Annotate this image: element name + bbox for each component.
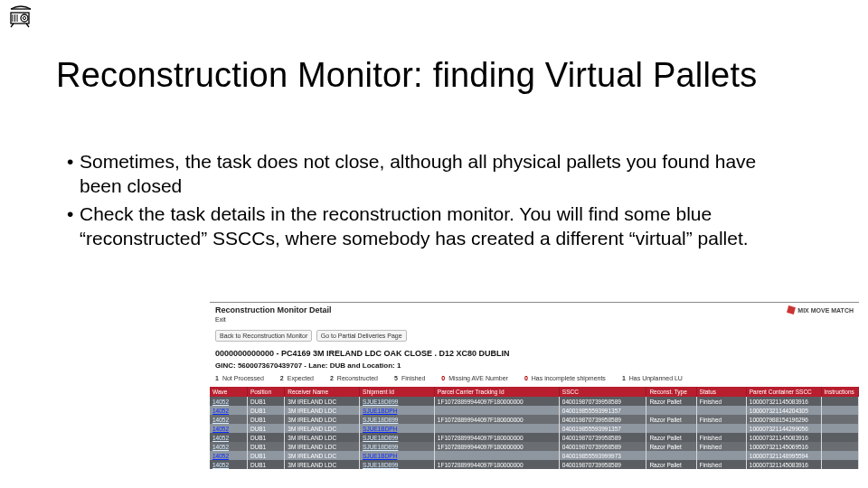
goto-partial-button[interactable]: Go to Partial Deliveries Page [316, 330, 407, 342]
col-instructions[interactable]: Instructions [821, 387, 858, 397]
cell-track: 1F10728899944097F180000000 [434, 433, 559, 442]
cell-status [696, 406, 746, 415]
app-screenshot: Reconstruction Monitor Detail MIX MOVE M… [210, 302, 859, 488]
cell-instr [821, 415, 858, 424]
cell-wave[interactable]: 14052 [210, 415, 247, 424]
table-row[interactable]: 14052DUB13M IRELAND LDCSJUE18D8991F10728… [210, 415, 859, 424]
cell-ship[interactable]: SJUE18D899 [360, 397, 435, 406]
detail-table: Wave Position Receiver Name Shipment Id … [210, 387, 859, 469]
cell-wave[interactable]: 14052 [210, 397, 247, 406]
back-button[interactable]: Back to Reconstruction Monitor [215, 330, 312, 342]
table-row[interactable]: 14052DUB13M IRELAND LDCSJUE18D8991F10728… [210, 442, 859, 451]
cell-rtype: Razor Pallet [646, 433, 696, 442]
cell-parent: 100007321145083916 [746, 397, 821, 406]
col-wave[interactable]: Wave [210, 387, 247, 397]
cell-instr [821, 406, 858, 415]
status-row: 1Not Processed 2Expected 2Reconstructed … [210, 375, 859, 387]
table-row[interactable]: 14052DUB13M IRELAND LDCSJUE1BDPH04001985… [210, 406, 859, 415]
cell-track: 1F10728899944097F180000000 [434, 460, 559, 469]
cell-sscc: 040019855593991357 [559, 406, 646, 415]
cell-track: 1F10728899944097F180000000 [434, 442, 559, 451]
app-logo: MIX MOVE MATCH [788, 306, 854, 314]
cell-parent: 100007321145083916 [746, 460, 821, 469]
cell-instr [821, 397, 858, 406]
svg-point-5 [23, 16, 25, 19]
cell-instr [821, 424, 858, 433]
cell-rtype [646, 406, 696, 415]
detail-subheading: GINC: 5600073670439707 - Lane: DUB and L… [210, 360, 859, 375]
bullet-text: Check the task details in the reconstruc… [80, 202, 801, 251]
cell-pos: DUB1 [247, 415, 284, 424]
col-parent[interactable]: Parent Container SSCC [746, 387, 821, 397]
cell-rtype [646, 451, 696, 460]
cell-ship[interactable]: SJUE1BDPH [360, 451, 435, 460]
cell-instr [821, 451, 858, 460]
table-row[interactable]: 14052DUB13M IRELAND LDCSJUE18D8991F10728… [210, 433, 859, 442]
logo-text: MIX MOVE MATCH [797, 307, 854, 314]
bullet-dot: • [67, 150, 80, 199]
cell-rtype [646, 424, 696, 433]
page-title: Reconstruction Monitor: finding Virtual … [56, 56, 757, 95]
bullet-dot: • [67, 202, 80, 251]
cell-status: Finished [696, 397, 746, 406]
cell-ship[interactable]: SJUE18D899 [360, 433, 435, 442]
cell-wave[interactable]: 14052 [210, 424, 247, 433]
status-incomplete: 0Has incomplete shipments [524, 375, 606, 381]
cell-rec: 3M IRELAND LDC [285, 460, 360, 469]
col-receiver[interactable]: Receiver Name [285, 387, 360, 397]
table-body: 14052DUB13M IRELAND LDCSJUE18D8991F10728… [210, 397, 859, 469]
col-tracking[interactable]: Parcel Carrier Tracking Id [434, 387, 559, 397]
cell-instr [821, 460, 858, 469]
table-row[interactable]: 14052DUB13M IRELAND LDCSJUE18D8991F10728… [210, 397, 859, 406]
cell-status [696, 451, 746, 460]
cell-track [434, 406, 559, 415]
table-header-row: Wave Position Receiver Name Shipment Id … [210, 387, 859, 397]
detail-heading: 0000000000000 - PC4169 3M IRELAND LDC OA… [210, 345, 859, 360]
table-row[interactable]: 14052DUB13M IRELAND LDCSJUE1BDPH04001985… [210, 451, 859, 460]
cell-wave[interactable]: 14052 [210, 451, 247, 460]
col-reconst-type[interactable]: Reconst. Type [646, 387, 696, 397]
cell-parent: 100007321144299056 [746, 424, 821, 433]
cell-wave[interactable]: 14052 [210, 460, 247, 469]
cell-sscc: 040019855593991357 [559, 424, 646, 433]
cell-parent: 100007321144204305 [746, 406, 821, 415]
cell-pos: DUB1 [247, 442, 284, 451]
cell-ship[interactable]: SJUE1BDPH [360, 424, 435, 433]
col-status[interactable]: Status [696, 387, 746, 397]
button-row: Back to Reconstruction Monitor Go to Par… [210, 325, 859, 345]
table-row[interactable]: 14052DUB13M IRELAND LDCSJUE18D8991F10728… [210, 460, 859, 469]
cell-pos: DUB1 [247, 406, 284, 415]
status-not-processed: 1Not Processed [215, 375, 264, 381]
svg-point-4 [21, 14, 28, 22]
cell-parent: 100007321145069516 [746, 442, 821, 451]
app-header-title: Reconstruction Monitor Detail [215, 305, 332, 314]
cell-track [434, 424, 559, 433]
list-item: • Sometimes, the task does not close, al… [67, 150, 801, 199]
status-unplanned: 1Has Unplanned LU [622, 375, 683, 381]
cell-ship[interactable]: SJUE18D899 [360, 442, 435, 451]
cell-wave[interactable]: 14052 [210, 442, 247, 451]
cell-pos: DUB1 [247, 433, 284, 442]
exit-link[interactable]: Exit [210, 316, 859, 325]
cell-wave[interactable]: 14052 [210, 433, 247, 442]
cell-ship[interactable]: SJUE1BDPH [360, 406, 435, 415]
cell-instr [821, 442, 858, 451]
cell-rec: 3M IRELAND LDC [285, 397, 360, 406]
cell-track: 1F10728899944097F180000000 [434, 415, 559, 424]
col-sscc[interactable]: SSCC [559, 387, 646, 397]
cell-wave[interactable]: 14052 [210, 406, 247, 415]
cell-ship[interactable]: SJUE18D899 [360, 415, 435, 424]
table-row[interactable]: 14052DUB13M IRELAND LDCSJUE1BDPH04001985… [210, 424, 859, 433]
cell-rec: 3M IRELAND LDC [285, 451, 360, 460]
cell-sscc: 040019870739958589 [559, 415, 646, 424]
cell-instr [821, 433, 858, 442]
cell-status [696, 424, 746, 433]
bullet-list: • Sometimes, the task does not close, al… [67, 150, 801, 255]
col-shipment[interactable]: Shipment Id [360, 387, 435, 397]
col-position[interactable]: Position [247, 387, 284, 397]
cell-pos: DUB1 [247, 424, 284, 433]
cell-rtype: Razor Pallet [646, 397, 696, 406]
list-item: • Check the task details in the reconstr… [67, 202, 801, 251]
cell-status: Finished [696, 415, 746, 424]
cell-ship[interactable]: SJUE18D899 [360, 460, 435, 469]
